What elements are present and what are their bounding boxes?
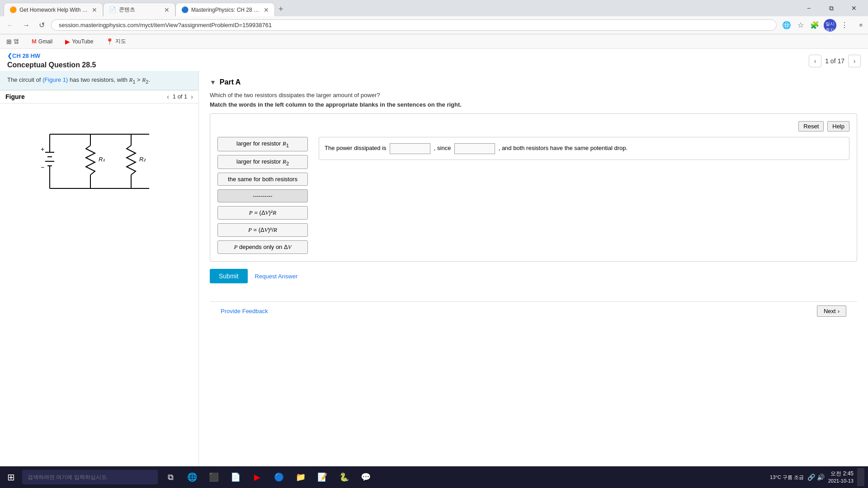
taskbar-explorer-icon[interactable]: 📁 (292, 468, 310, 486)
figure-area: Figure ‹ 1 of 1 › (0, 90, 198, 470)
drag-item-formula1[interactable]: P = (ΔV)²R (217, 206, 308, 220)
drag-item-separator: ---------- (217, 189, 308, 202)
settings-icon[interactable]: ⋮ (839, 19, 850, 31)
sentence-area: The power dissipated is , since , and bo… (319, 137, 849, 160)
tab1-title: Get Homework Help With Cheg (19, 7, 88, 13)
drag-drop-toolbar: Reset Help (217, 121, 849, 131)
request-answer-link[interactable]: Request Answer (255, 273, 298, 280)
drag-item-formula2[interactable]: P = (ΔV)²/R (217, 223, 308, 237)
bookmarks-bar: ⊞ 앱 M Gmail ▶ YouTube 📍 지도 (0, 34, 868, 49)
help-button[interactable]: Help (827, 121, 849, 131)
taskbar-note-icon[interactable]: 📝 (313, 468, 331, 486)
back-button[interactable]: ← (4, 19, 16, 31)
figure-nav: ‹ 1 of 1 › (167, 93, 193, 100)
address-bar: ← → ↺ 🌐 ☆ 🧩 일시중지됨 ⋮ ≡ (0, 16, 868, 34)
gmail-icon: M (32, 38, 37, 45)
page-counter: 1 of 17 (825, 57, 844, 65)
close-button[interactable]: ✕ (844, 1, 864, 15)
taskbar-edge-icon[interactable]: 🌐 (183, 468, 201, 486)
sys-icons: 🔗 🔊 (807, 474, 825, 481)
bookmark-gmail[interactable]: M Gmail (29, 37, 55, 46)
tab2-title: 콘텐츠 (119, 6, 160, 14)
forward-button[interactable]: → (20, 19, 33, 31)
window-controls: − ⧉ ✕ (798, 1, 864, 15)
tab-2[interactable]: 📄 콘텐츠 ✕ (103, 3, 175, 16)
bookmark-star-icon[interactable]: ☆ (796, 19, 806, 31)
tab-3[interactable]: 🔵 MasteringPhysics: CH 28 HW ✕ (175, 3, 275, 16)
bookmark-youtube[interactable]: ▶ YouTube (62, 37, 96, 46)
taskbar-office-icon[interactable]: ⬛ (205, 468, 223, 486)
translate-icon[interactable]: 🌐 (780, 19, 793, 31)
new-tab-button[interactable]: + (275, 5, 287, 14)
svg-text:R₁: R₁ (99, 156, 105, 163)
drag-items-column: larger for resistor R1 larger for resist… (217, 137, 308, 254)
page-content: ❮CH 28 HW Conceptual Question 28.5 ‹ 1 o… (0, 49, 868, 470)
drag-item-larger-r1[interactable]: larger for resistor R1 (217, 137, 308, 151)
tab-1[interactable]: 🟠 Get Homework Help With Cheg ✕ (4, 3, 103, 16)
tab3-favicon: 🔵 (181, 6, 189, 14)
taskbar-search[interactable] (22, 470, 158, 484)
taskbar-task-view[interactable]: ⧉ (161, 468, 179, 486)
sentence-prefix: The power dissipated is (325, 145, 387, 151)
figure-link[interactable]: (Figure 1) (42, 76, 68, 83)
prev-page-button[interactable]: ‹ (809, 55, 821, 67)
drag-item-same[interactable]: the same for both resistors (217, 173, 308, 186)
url-input[interactable] (51, 19, 777, 31)
problem-statement: The circuit of (Figure 1) has two resist… (0, 71, 198, 90)
question-text: Which of the two resistors dissipates th… (210, 92, 857, 99)
maps-icon: 📍 (106, 38, 113, 45)
tab3-close[interactable]: ✕ (264, 6, 269, 14)
taskbar-excel-icon[interactable]: 📄 (226, 468, 245, 486)
left-panel: The circuit of (Figure 1) has two resist… (0, 71, 199, 470)
network-icon[interactable]: 🔗 (807, 474, 815, 481)
part-collapse-icon[interactable]: ▼ (210, 79, 216, 86)
taskbar-youtube-icon[interactable]: ▶ (248, 468, 266, 486)
reading-list-icon[interactable]: ≡ (857, 20, 864, 30)
bookmark-gmail-label: Gmail (38, 38, 52, 45)
profile-button[interactable]: 일시중지됨 (824, 19, 836, 32)
bookmark-apps[interactable]: ⊞ 앱 (4, 37, 22, 46)
next-page-button[interactable]: › (848, 55, 861, 67)
breadcrumb[interactable]: ❮CH 28 HW (7, 52, 96, 59)
restore-button[interactable]: ⧉ (821, 1, 842, 15)
tab-bar: 🟠 Get Homework Help With Cheg ✕ 📄 콘텐츠 ✕ … (4, 0, 287, 16)
refresh-button[interactable]: ↺ (36, 19, 47, 31)
extensions-icon[interactable]: 🧩 (808, 19, 821, 31)
taskbar-python-icon[interactable]: 🐍 (335, 468, 353, 486)
provide-feedback-link[interactable]: Provide Feedback (221, 308, 268, 314)
submit-button[interactable]: Submit (210, 269, 248, 283)
tab1-close[interactable]: ✕ (92, 6, 97, 14)
svg-text:R₂: R₂ (139, 156, 146, 163)
drag-item-larger-r2[interactable]: larger for resistor R2 (217, 155, 308, 169)
figure-scroll-area[interactable]: + − R₁ R₂ (0, 103, 198, 470)
tab2-close[interactable]: ✕ (164, 6, 170, 14)
bookmark-maps[interactable]: 📍 지도 (103, 37, 129, 46)
drag-item-formula3[interactable]: P depends only on ΔV (217, 240, 308, 254)
taskbar-chat-icon[interactable]: 💬 (357, 468, 375, 486)
next-button[interactable]: Next › (817, 305, 846, 317)
blank-box-2[interactable] (454, 143, 495, 154)
reset-button[interactable]: Reset (798, 121, 824, 131)
title-bar: 🟠 Get Homework Help With Cheg ✕ 📄 콘텐츠 ✕ … (0, 0, 868, 16)
fig-next-button[interactable]: › (191, 93, 193, 100)
tab3-title: MasteringPhysics: CH 28 HW (191, 7, 260, 13)
browser-chrome: 🟠 Get Homework Help With Cheg ✕ 📄 콘텐츠 ✕ … (0, 0, 868, 49)
next-arrow-icon: › (838, 308, 840, 314)
fig-prev-button[interactable]: ‹ (167, 93, 169, 100)
blank-box-1[interactable] (390, 143, 430, 154)
show-desktop-button[interactable] (857, 468, 864, 486)
start-button[interactable]: ⊞ (4, 470, 19, 484)
apps-icon: ⊞ (6, 38, 12, 45)
right-panel[interactable]: ▼ Part A Which of the two resistors diss… (199, 71, 868, 470)
minimize-button[interactable]: − (798, 1, 819, 15)
toolbar-icons: 🌐 ☆ 🧩 일시중지됨 ⋮ (780, 19, 850, 32)
instruction-text: Match the words in the left column to th… (210, 101, 857, 108)
bookmark-maps-label: 지도 (115, 38, 126, 45)
speaker-icon[interactable]: 🔊 (817, 474, 825, 481)
taskbar-chrome-icon[interactable]: 🔵 (270, 468, 288, 486)
part-header: ▼ Part A (210, 78, 857, 86)
taskbar-right: 13°C 구름 조금 🔗 🔊 오전 2:45 2021-10-13 (770, 468, 864, 486)
taskbar-weather: 13°C 구름 조금 (770, 474, 804, 481)
circuit-diagram: + − R₁ R₂ (32, 116, 167, 206)
dnd-layout: larger for resistor R1 larger for resist… (217, 137, 849, 254)
